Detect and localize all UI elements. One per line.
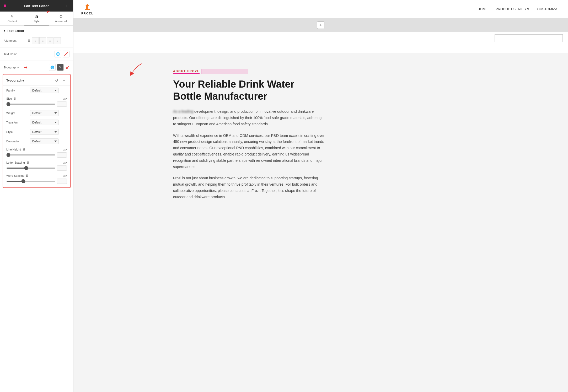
about-label: ABOUT FROZL <box>173 69 547 74</box>
line-height-label: Line Height 🖥 <box>6 148 25 151</box>
weight-row: Weight Default <box>3 108 70 118</box>
transform-select[interactable]: Default <box>30 120 59 125</box>
tab-bar: ✎ Content ◑ Style ➜ ⚙ Advanced <box>0 12 73 26</box>
text-editor-section: ▾ Text Editor <box>0 26 73 35</box>
about-section: ABOUT FROZL Your Reliable Drink Water Bo… <box>73 53 568 392</box>
style-row: Style Default <box>3 127 70 137</box>
line-height-input[interactable] <box>57 153 67 157</box>
advanced-icon: ⚙ <box>50 14 72 19</box>
tab-advanced[interactable]: ⚙ Advanced <box>49 12 73 25</box>
transform-label: Transform <box>6 121 30 124</box>
text-color-global-btn[interactable]: 🌐 <box>55 51 61 57</box>
typo-reset-btn[interactable]: ↺ <box>54 78 60 83</box>
nav-home[interactable]: HOME <box>478 7 488 11</box>
logo-text: FROZL <box>81 12 94 15</box>
section-title: Text Editor <box>7 29 24 33</box>
decoration-select[interactable]: Default <box>30 138 59 144</box>
size-input-group <box>57 101 67 107</box>
content-icon: ✎ <box>1 14 23 19</box>
typography-row: Typography ➜ 🌐 ✎ ↙ <box>0 62 73 73</box>
typo-add-btn[interactable]: + <box>61 78 67 83</box>
about-para-1: As a leading development, design, and pr… <box>173 109 325 127</box>
sidebar-title: Edit Text Editor <box>24 4 49 8</box>
line-height-label-row: Line Height 🖥 px ▾ <box>3 146 70 152</box>
about-para-3: Frozl is not just about business growth;… <box>173 175 325 200</box>
family-select[interactable]: Default <box>30 88 59 93</box>
size-label: Size 🖥 <box>6 97 16 100</box>
about-para-2: With a wealth of experience in OEM and O… <box>173 133 325 170</box>
align-right-btn[interactable]: ≡ <box>47 37 53 44</box>
word-spacing-unit: px ▾ <box>63 174 67 177</box>
typography-edit-btn[interactable]: ✎ <box>57 64 64 71</box>
size-responsive-icon: 🖥 <box>13 97 16 100</box>
nav-links: HOME PRODUCT SERIES ∨ CUSTOMIZA... <box>478 7 560 11</box>
word-spacing-input-group <box>57 179 67 184</box>
text-color-controls: 🌐 <box>55 51 69 57</box>
word-spacing-input[interactable] <box>57 179 67 184</box>
about-label-text: ABOUT FROZL <box>173 69 200 74</box>
size-label-row: Size 🖥 px ▾ <box>3 95 70 101</box>
typo-header-actions: ↺ + <box>54 78 67 83</box>
letter-spacing-responsive-icon: 🖥 <box>26 161 29 164</box>
size-input[interactable] <box>57 102 67 106</box>
family-row: Family Default <box>3 86 70 95</box>
word-spacing-slider[interactable] <box>6 181 55 182</box>
add-section-bar: + <box>73 18 568 32</box>
letter-spacing-slider[interactable] <box>6 168 55 169</box>
typography-global-btn[interactable]: 🌐 <box>49 64 56 71</box>
align-left-btn[interactable]: ≡ <box>32 37 39 44</box>
collapse-handle[interactable]: ‹ <box>73 191 73 201</box>
line-height-responsive-icon: 🖥 <box>22 148 25 151</box>
style-select[interactable]: Default <box>30 129 59 135</box>
letter-spacing-slider-row <box>3 165 70 172</box>
transform-row: Transform Default <box>3 118 70 127</box>
word-spacing-slider-group <box>6 179 67 184</box>
main-content: FROZL HOME PRODUCT SERIES ∨ CUSTOMIZA...… <box>73 0 568 392</box>
tab-style[interactable]: ◑ Style ➜ <box>24 12 49 25</box>
word-spacing-label-row: Word Spacing 🖥 px ▾ <box>3 172 70 178</box>
white-section <box>73 32 568 53</box>
page-canvas: + <box>73 18 568 392</box>
selected-element-box <box>495 34 563 42</box>
letter-spacing-input[interactable] <box>57 166 67 170</box>
line-height-slider-row <box>3 152 70 159</box>
typo-panel-header: Typography ↺ + <box>3 77 70 86</box>
add-section-btn[interactable]: + <box>317 22 324 29</box>
letter-spacing-label: Letter Spacing 🖥 <box>6 161 29 164</box>
typo-panel-title: Typography <box>6 79 24 82</box>
size-slider[interactable] <box>6 104 55 105</box>
line-height-input-group <box>57 152 67 158</box>
size-slider-group <box>6 101 67 107</box>
text-color-clear-btn[interactable] <box>63 51 69 57</box>
top-nav: FROZL HOME PRODUCT SERIES ∨ CUSTOMIZA... <box>73 0 568 18</box>
typography-panel: Typography ↺ + Family Default Size 🖥 px … <box>3 74 71 188</box>
tab-content[interactable]: ✎ Content <box>0 12 24 25</box>
size-unit: px ▾ <box>63 97 67 100</box>
weight-label: Weight <box>6 111 30 115</box>
style-icon: ◑ <box>25 14 48 19</box>
line-height-unit: px ▾ <box>63 148 67 151</box>
text-color-row: Text Color 🌐 <box>0 49 73 60</box>
brand-logo: FROZL <box>81 3 94 15</box>
style-label: Style <box>6 130 30 133</box>
logo-svg <box>82 3 93 12</box>
toggle-arrow[interactable]: ▾ <box>4 29 5 33</box>
size-slider-row <box>3 101 70 108</box>
sidebar-header: Edit Text Editor ⊞ <box>0 0 73 12</box>
grid-icon[interactable]: ⊞ <box>66 4 69 8</box>
word-spacing-label: Word Spacing 🖥 <box>6 174 29 178</box>
alignment-label: Alignment <box>4 39 27 42</box>
letter-spacing-unit: px ▾ <box>63 161 67 164</box>
line-height-slider[interactable] <box>6 154 55 155</box>
letter-spacing-label-row: Letter Spacing 🖥 px ▾ <box>3 159 70 165</box>
family-label: Family <box>6 89 30 92</box>
nav-product-series[interactable]: PRODUCT SERIES ∨ <box>496 7 529 11</box>
nav-customize[interactable]: CUSTOMIZA... <box>537 7 560 11</box>
weight-select[interactable]: Default <box>30 110 59 116</box>
align-justify-btn[interactable]: ≡ <box>54 37 61 44</box>
about-title: Your Reliable Drink Water Bottle Manufac… <box>173 78 325 102</box>
header-icons: ⊞ <box>66 4 69 8</box>
word-spacing-responsive-icon: 🖥 <box>25 174 29 178</box>
typography-controls: 🌐 ✎ ↙ <box>49 64 69 71</box>
align-center-btn[interactable]: ≡ <box>39 37 46 44</box>
